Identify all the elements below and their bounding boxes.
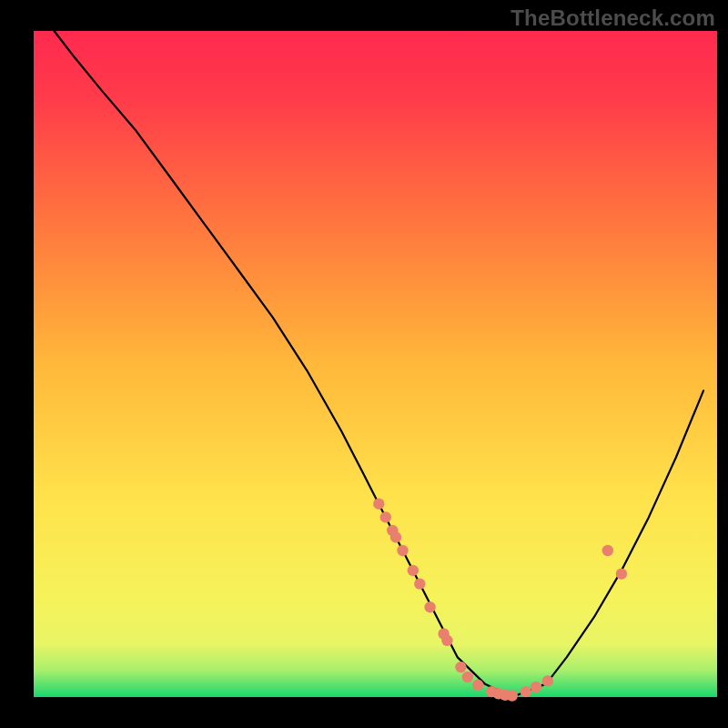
chart-container: TheBottleneck.com [0, 0, 728, 728]
data-marker [373, 499, 384, 510]
data-marker [414, 578, 425, 589]
data-marker [521, 686, 531, 697]
data-marker [472, 680, 483, 691]
data-marker [602, 545, 613, 556]
data-marker [531, 682, 541, 693]
bottleneck-chart [0, 0, 728, 728]
data-marker [441, 635, 452, 646]
data-marker [507, 690, 518, 701]
data-marker [390, 531, 401, 542]
data-marker [462, 672, 473, 682]
data-marker [455, 662, 466, 672]
data-marker [616, 568, 627, 579]
data-marker [408, 565, 419, 576]
data-marker [542, 675, 553, 686]
data-marker [380, 511, 391, 522]
data-marker [397, 545, 408, 556]
watermark-text: TheBottleneck.com [511, 5, 715, 31]
data-marker [424, 602, 435, 612]
